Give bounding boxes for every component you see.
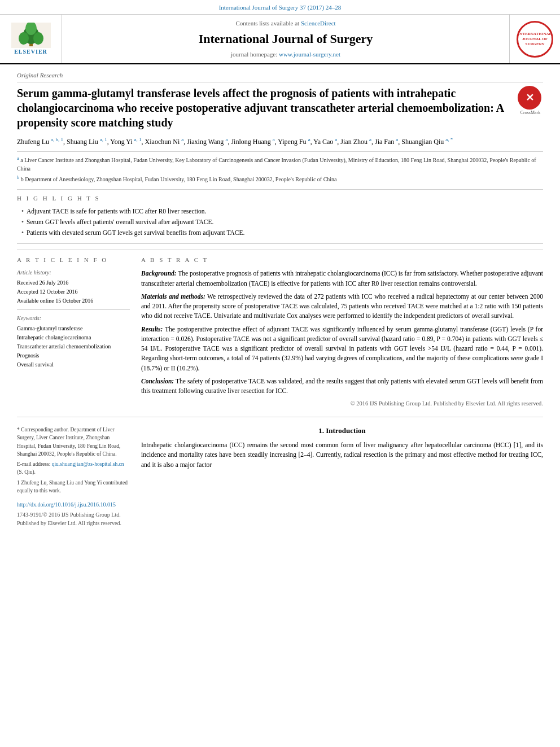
journal-citation-bar: International Journal of Surgery 37 (201…: [0, 0, 560, 15]
email-attribution: (S. Qiu).: [17, 469, 36, 475]
svg-point-4: [33, 32, 43, 45]
keyword-1: Gamma-glutamyl transferase: [17, 325, 130, 333]
abstract-background: Background: The postoperative prognosis …: [141, 269, 543, 289]
keyword-4: Prognosis: [17, 352, 130, 360]
abstract-title: A B S T R A C T: [141, 256, 543, 264]
elsevier-brand-name: ELSEVIER: [14, 48, 47, 56]
introduction-column: 1. Introduction Intrahepatic cholangioca…: [141, 426, 543, 527]
highlight-item-1: • Adjuvant TACE is safe for patients wit…: [21, 207, 543, 216]
crossmark-icon: ✕: [518, 86, 541, 110]
equal-contribution-note: 1 Zhufeng Lu, Shuang Liu and Yong Yi con…: [17, 479, 130, 495]
intro-section-title: Introduction: [326, 426, 366, 435]
main-content: Original Research Serum gamma-glutamyl t…: [0, 64, 560, 539]
crossmark-badge: ✕ CrossMark: [518, 86, 543, 116]
article-history-label: Article history:: [17, 269, 130, 277]
email-label: E-mail address:: [17, 461, 50, 467]
bullet-icon: •: [21, 207, 24, 216]
intro-section-number: 1.: [318, 426, 326, 435]
journal-center: Contents lists available at ScienceDirec…: [62, 15, 509, 63]
corresponding-author-note: * Corresponding author. Department of Li…: [17, 426, 130, 458]
journal-logo-circle: INTERNATIONAL JOURNAL OF SURGERY: [517, 21, 553, 58]
sciencedirect-line: Contents lists available at ScienceDirec…: [235, 19, 335, 28]
copyright-line: © 2016 IJS Publishing Group Ltd. Publish…: [141, 399, 543, 408]
doi-section: http://dx.doi.org/10.1016/j.ijsu.2016.10…: [17, 500, 130, 527]
abstract-conclusion: Conclusion: The safety of postoperative …: [141, 377, 543, 396]
article-title: Serum gamma-glutamyl transferase levels …: [17, 86, 509, 130]
keyword-5: Overall survival: [17, 361, 130, 369]
svg-point-3: [19, 32, 29, 45]
affiliation-a: a a Liver Cancer Institute and Zhongshan…: [17, 155, 543, 173]
bullet-icon: •: [21, 228, 24, 237]
abstract-text: Background: The postoperative prognosis …: [141, 269, 543, 408]
journal-title-main: International Journal of Surgery: [199, 30, 373, 48]
journal-homepage-link[interactable]: www.journal-surgery.net: [279, 51, 340, 58]
conclusion-label: Conclusion:: [141, 378, 174, 385]
email-note: E-mail address: qiu.shuangjian@zs-hospit…: [17, 460, 130, 477]
affiliations: a a Liver Cancer Institute and Zhongshan…: [17, 151, 543, 184]
keywords-label: Keywords:: [17, 314, 130, 322]
authors-line: Zhufeng Lu a, b, 1, Shuang Liu a, 1, Yon…: [17, 136, 543, 147]
email-link[interactable]: qiu.shuangjian@zs-hospital.sh.cn: [52, 461, 124, 467]
footnotes-column: * Corresponding author. Department of Li…: [17, 426, 130, 527]
abstract-methods: Materials and methods: We retrospectivel…: [141, 292, 543, 321]
introduction-heading: 1. Introduction: [141, 426, 543, 436]
introduction-paragraph: Intrahepatic cholangiocarcinoma (ICC) re…: [141, 442, 543, 468]
highlights-section: H I G H L I G H T S • Adjuvant TACE is s…: [17, 189, 543, 244]
article-info-title: A R T I C L E I N F O: [17, 256, 130, 264]
divider: [17, 309, 130, 310]
keyword-2: Intrahepatic cholangiocarcinoma: [17, 334, 130, 342]
methods-label: Materials and methods:: [141, 293, 205, 300]
elsevier-tree-icon: [11, 23, 51, 48]
introduction-text: Intrahepatic cholangiocarcinoma (ICC) re…: [141, 440, 543, 470]
highlight-item-3: • Patients with elevated serum GGT level…: [21, 228, 543, 237]
two-column-section: A R T I C L E I N F O Article history: R…: [17, 250, 543, 408]
bullet-icon: •: [21, 217, 24, 226]
journal-homepage: journal homepage: www.journal-surgery.ne…: [231, 50, 340, 59]
crossmark-label: CrossMark: [518, 110, 543, 116]
bottom-section: * Corresponding author. Department of Li…: [17, 417, 543, 527]
journal-logo-right: INTERNATIONAL JOURNAL OF SURGERY: [509, 15, 560, 63]
abstract-results: Results: The postoperative protective ef…: [141, 325, 543, 373]
issn-text: 1743-9191/© 2016 IJS Publishing Group Lt…: [17, 510, 130, 527]
results-label: Results:: [141, 326, 163, 333]
background-label: Background:: [141, 270, 177, 277]
article-info-column: A R T I C L E I N F O Article history: R…: [17, 256, 130, 408]
accepted-date: Accepted 12 October 2016: [17, 288, 130, 296]
affiliation-b: b b Department of Anesthesiology, Zhongs…: [17, 174, 543, 184]
keyword-3: Transcatheter arterial chemoembolization: [17, 343, 130, 351]
sciencedirect-link[interactable]: ScienceDirect: [301, 20, 336, 27]
article-type-label: Original Research: [17, 71, 543, 82]
highlights-title: H I G H L I G H T S: [17, 194, 543, 203]
available-date: Available online 15 October 2016: [17, 297, 130, 305]
doi-link[interactable]: http://dx.doi.org/10.1016/j.ijsu.2016.10…: [17, 500, 130, 509]
received-date: Received 26 July 2016: [17, 279, 130, 287]
abstract-column: A B S T R A C T Background: The postoper…: [141, 256, 543, 408]
article-title-section: Serum gamma-glutamyl transferase levels …: [17, 86, 543, 130]
elsevier-logo: ELSEVIER: [0, 15, 62, 63]
journal-header: ELSEVIER Contents lists available at Sci…: [0, 15, 560, 64]
highlight-item-2: • Serum GGT levels affect patients' over…: [21, 217, 543, 226]
journal-citation-text: International Journal of Surgery 37 (201…: [219, 4, 342, 11]
